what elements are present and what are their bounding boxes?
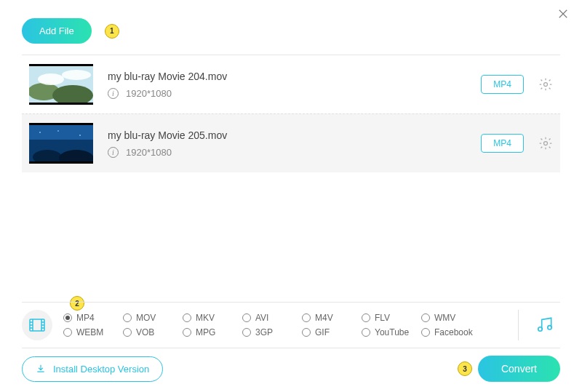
format-label: WEBM (76, 327, 103, 337)
install-desktop-label: Install Desktop Version (53, 364, 149, 375)
radio-icon (362, 313, 370, 322)
info-icon[interactable]: i (108, 88, 119, 99)
format-option-mkv[interactable]: MKV (183, 313, 242, 323)
radio-icon (302, 328, 311, 337)
format-label: M4V (315, 313, 333, 323)
radio-icon (183, 313, 191, 322)
format-option-mp4[interactable]: MP4 (63, 313, 123, 323)
format-option-m4v[interactable]: M4V (302, 313, 362, 323)
format-label: VOB (136, 327, 154, 337)
format-option-webm[interactable]: WEBM (63, 327, 123, 337)
format-label: GIF (315, 327, 330, 337)
file-resolution: 1920*1080 (126, 88, 172, 99)
radio-icon (123, 313, 132, 322)
file-list: my blu-ray Movie 204.movi1920*1080MP4my … (0, 55, 582, 172)
vertical-divider (518, 310, 519, 340)
svg-point-10 (39, 132, 41, 133)
settings-icon[interactable] (538, 136, 553, 151)
format-label: FLV (375, 313, 390, 323)
file-row[interactable]: my blu-ray Movie 204.movi1920*1080MP4 (22, 55, 560, 113)
output-format-badge[interactable]: MP4 (481, 134, 524, 153)
file-thumbnail[interactable] (29, 123, 93, 164)
file-row[interactable]: my blu-ray Movie 205.movi1920*1080MP4 (22, 113, 560, 172)
output-format-badge[interactable]: MP4 (481, 75, 524, 94)
radio-icon (421, 328, 430, 337)
format-section: MP4MOVMKVAVIM4VFLVWMVWEBMVOBMPG3GPGIFYou… (22, 302, 560, 348)
format-label: MOV (136, 313, 156, 323)
svg-point-13 (544, 142, 548, 145)
annotation-3: 3 (458, 361, 472, 376)
radio-icon (302, 313, 311, 322)
audio-format-icon[interactable] (530, 315, 560, 336)
format-grid: MP4MOVMKVAVIM4VFLVWMVWEBMVOBMPG3GPGIFYou… (63, 313, 507, 337)
radio-icon (421, 313, 430, 322)
file-thumbnail[interactable] (29, 64, 93, 105)
settings-icon[interactable] (538, 77, 553, 92)
file-name: my blu-ray Movie 204.mov (108, 71, 466, 82)
file-info: my blu-ray Movie 204.movi1920*1080 (108, 71, 466, 99)
add-file-button[interactable]: Add File (22, 18, 92, 44)
format-label: MPG (196, 327, 215, 337)
format-label: WMV (434, 313, 455, 323)
video-format-icon[interactable] (22, 310, 52, 340)
svg-rect-7 (29, 125, 93, 140)
radio-icon (183, 328, 191, 337)
file-name: my blu-ray Movie 205.mov (108, 129, 466, 141)
format-option-youtube[interactable]: YouTube (362, 327, 421, 337)
radio-icon (242, 328, 251, 337)
format-option-flv[interactable]: FLV (362, 313, 421, 323)
format-label: AVI (255, 313, 268, 323)
svg-point-12 (79, 135, 81, 136)
format-label: 3GP (255, 327, 273, 337)
svg-point-3 (38, 73, 64, 85)
radio-icon (63, 313, 72, 322)
install-desktop-button[interactable]: Install Desktop Version (22, 356, 163, 382)
format-label: Facebook (434, 327, 473, 337)
download-icon (36, 364, 46, 374)
svg-point-11 (57, 130, 59, 132)
format-label: YouTube (375, 327, 409, 337)
svg-point-4 (62, 70, 91, 80)
format-option-facebook[interactable]: Facebook (421, 327, 481, 337)
format-label: MP4 (76, 313, 95, 323)
file-info: my blu-ray Movie 205.movi1920*1080 (108, 129, 466, 158)
radio-icon (123, 328, 132, 337)
file-resolution: 1920*1080 (126, 147, 172, 158)
radio-icon (242, 313, 251, 322)
format-option-gif[interactable]: GIF (302, 327, 362, 337)
close-button[interactable] (557, 7, 571, 22)
format-label: MKV (196, 313, 215, 323)
radio-icon (362, 328, 370, 337)
format-option-mov[interactable]: MOV (123, 313, 183, 323)
info-icon[interactable]: i (108, 147, 119, 158)
format-option-vob[interactable]: VOB (123, 327, 183, 337)
convert-button[interactable]: Convert (478, 356, 560, 382)
svg-point-5 (544, 83, 548, 87)
format-option-mpg[interactable]: MPG (183, 327, 242, 337)
format-option-3gp[interactable]: 3GP (242, 327, 302, 337)
format-option-wmv[interactable]: WMV (421, 313, 481, 323)
radio-icon (63, 328, 72, 337)
annotation-1: 1 (105, 24, 119, 39)
format-option-avi[interactable]: AVI (242, 313, 302, 323)
